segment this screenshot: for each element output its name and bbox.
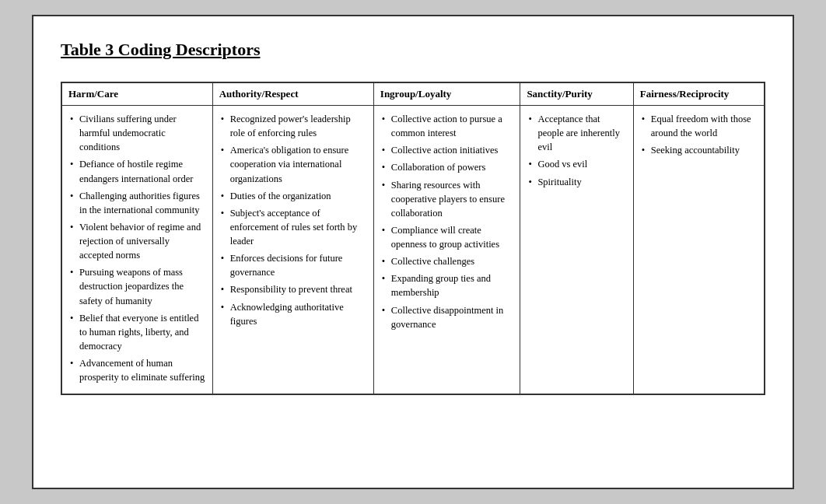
- list-item: Subject's acceptance of enforcement of r…: [219, 206, 367, 248]
- list-item: Acceptance that people are inherently ev…: [527, 112, 626, 154]
- list-item: Acknowledging authoritative figures: [219, 300, 367, 328]
- page-container: Table 3 Coding Descriptors Harm/CareAuth…: [32, 15, 794, 489]
- table-wrapper: Harm/CareAuthority/RespectIngroup/Loyalt…: [61, 82, 765, 395]
- col-data-1: Recognized power's leadership role of en…: [212, 106, 373, 394]
- coding-table: Harm/CareAuthority/RespectIngroup/Loyalt…: [61, 82, 765, 394]
- list-item: Violent behavior of regime and rejection…: [68, 220, 206, 262]
- list-item: Equal freedom with those around the worl…: [640, 112, 758, 140]
- page-title: Table 3 Coding Descriptors: [61, 40, 765, 60]
- list-item: Collaboration of powers: [380, 160, 514, 174]
- col-data-4: Equal freedom with those around the worl…: [633, 106, 764, 394]
- list-item: Pursuing weapons of mass destruction jeo…: [68, 265, 206, 307]
- list-item: Challenging authorities figures in the i…: [68, 189, 206, 217]
- list-item: Enforces decisions for future governance: [219, 251, 367, 279]
- col-header-1: Authority/Respect: [212, 83, 373, 106]
- col-header-4: Fairness/Reciprocity: [633, 83, 764, 106]
- col-data-3: Acceptance that people are inherently ev…: [520, 106, 633, 394]
- list-item: Defiance of hostile regime endangers int…: [68, 157, 206, 185]
- list-item: Belief that everyone is entitled to huma…: [68, 311, 206, 353]
- list-item: Duties of the organization: [219, 189, 367, 203]
- col-data-0: Civilians suffering under harmful undemo…: [62, 106, 213, 394]
- list-item: Compliance will create openness to group…: [380, 223, 514, 251]
- list-item: Advancement of human prosperity to elimi…: [68, 356, 206, 384]
- list-item: Responsibility to prevent threat: [219, 282, 367, 296]
- col-header-3: Sanctity/Purity: [520, 83, 633, 106]
- list-item: Civilians suffering under harmful undemo…: [68, 112, 206, 154]
- list-item: Collective action initiatives: [380, 143, 514, 157]
- list-item: Expanding group ties and membership: [380, 271, 514, 299]
- list-item: Sharing resources with cooperative playe…: [380, 178, 514, 220]
- list-item: Spirituality: [527, 175, 626, 189]
- list-item: Collective action to pursue a common int…: [380, 112, 514, 140]
- col-data-2: Collective action to pursue a common int…: [373, 106, 520, 394]
- list-item: Seeking accountability: [640, 143, 758, 157]
- list-item: Recognized power's leadership role of en…: [219, 112, 367, 140]
- col-header-0: Harm/Care: [62, 83, 213, 106]
- list-item: Good vs evil: [527, 157, 626, 171]
- list-item: Collective challenges: [380, 254, 514, 268]
- list-item: America's obligation to ensure cooperati…: [219, 143, 367, 185]
- col-header-2: Ingroup/Loyalty: [373, 83, 520, 106]
- list-item: Collective disappointment in governance: [380, 303, 514, 331]
